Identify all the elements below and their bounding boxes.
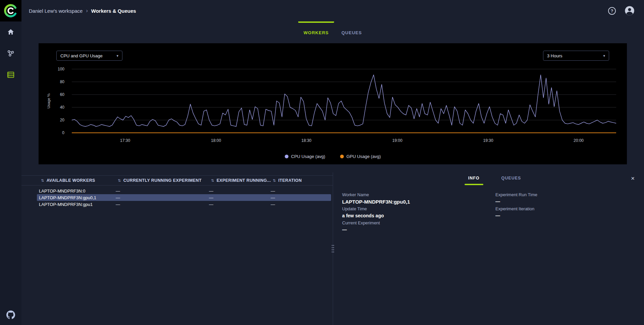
avatar-icon — [625, 6, 635, 16]
breadcrumb-page: Workers & Queues — [91, 8, 136, 14]
sidebar-item-projects[interactable] — [6, 49, 15, 58]
help-icon[interactable]: ? — [608, 7, 616, 15]
chevron-down-icon: ▾ — [603, 54, 605, 58]
metric-dropdown[interactable]: CPU and GPU Usage ▾ — [56, 51, 122, 61]
gpu-legend-dot-icon — [340, 155, 344, 158]
sort-icon: ⇅ — [118, 178, 121, 183]
close-icon[interactable]: × — [631, 175, 635, 181]
experiment-run-time-value: — — [495, 198, 644, 205]
clearml-logo[interactable] — [0, 0, 21, 21]
tab-active-indicator — [298, 21, 334, 23]
tab-active-indicator — [336, 21, 367, 23]
breadcrumb: Daniel Lew's workspace › Workers & Queue… — [29, 8, 136, 14]
topbar-actions: ? — [608, 6, 644, 16]
runtime-cell: — — [209, 202, 271, 207]
usage-chart-panel: CPU and GPU Usage ▾ 3 Hours ▾ Usage % 02… — [39, 43, 627, 164]
x-axis-ticks: 17:3018:0018:3019:0019:3020:00 — [72, 138, 616, 144]
table-header: ⇅ AVAILABLE WORKERS ⇅ CURRENTLY RUNNING … — [21, 175, 333, 185]
worker-details-panel: × INFO QUEUES Worker Name LAPTOP-MNDPRF3… — [333, 172, 644, 325]
details-tab-queues-label: QUEUES — [501, 174, 522, 184]
experiment-iteration-value: — — [495, 212, 644, 219]
x-tick-label: 17:30 — [120, 138, 130, 143]
workers-table: ⇅ AVAILABLE WORKERS ⇅ CURRENTLY RUNNING … — [21, 172, 333, 325]
chart-legend: CPU Usage (avg) GPU Usage (avg) — [39, 154, 627, 159]
experiment-cell: — — [116, 202, 209, 207]
info-fields-right: Experiment Run Time — Experiment Iterati… — [495, 191, 644, 233]
worker-info-fields: Worker Name LAPTOP-MNDPRF3N:gpu0,1 Updat… — [342, 191, 644, 233]
help-glyph: ? — [611, 8, 613, 13]
clearml-logo-icon — [4, 4, 18, 18]
column-label: ITERATION — [278, 178, 302, 183]
legend-item-cpu[interactable]: CPU Usage (avg) — [285, 154, 325, 159]
tab-workers-label: WORKERS — [298, 30, 334, 35]
projects-icon — [6, 49, 15, 58]
time-range-dropdown[interactable]: 3 Hours ▾ — [543, 51, 609, 61]
github-icon — [6, 310, 15, 319]
column-label: CURRENTLY RUNNING EXPERIMENT — [123, 178, 202, 183]
y-tick-label: 20 — [60, 118, 64, 122]
field-label: Update Time — [342, 205, 495, 212]
details-tab-active-indicator — [502, 184, 521, 185]
home-icon — [7, 28, 15, 36]
avatar[interactable] — [625, 6, 635, 16]
sidebar-item-workers-queues[interactable] — [6, 70, 15, 79]
worker-name-cell: LAPTOP-MNDPRF3N:gpu1 — [39, 202, 116, 207]
column-header-iteration[interactable]: ⇅ ITERATION — [273, 178, 333, 183]
sort-icon: ⇅ — [41, 178, 44, 183]
field-label: Current Experiment — [342, 219, 495, 226]
table-row[interactable]: LAPTOP-MNDPRF3N:0 — — — — [37, 187, 331, 194]
field-label: Experiment Run Time — [495, 191, 644, 198]
y-tick-label: 80 — [60, 79, 64, 84]
y-tick-label: 40 — [60, 105, 64, 110]
y-tick-label: 0 — [62, 130, 64, 135]
column-header-experiment-running-time[interactable]: ⇅ EXPERIMENT RUNNING... — [211, 178, 273, 183]
worker-name-cell: LAPTOP-MNDPRF3N:0 — [39, 188, 116, 194]
info-fields-left: Worker Name LAPTOP-MNDPRF3N:gpu0,1 Updat… — [342, 191, 495, 233]
tab-workers[interactable]: WORKERS — [298, 21, 334, 40]
tab-queues[interactable]: QUEUES — [336, 21, 367, 40]
runtime-cell: — — [209, 188, 271, 194]
field-label: Worker Name — [342, 191, 495, 198]
main-tabs: WORKERS QUEUES — [21, 21, 644, 40]
column-header-running-experiment[interactable]: ⇅ CURRENTLY RUNNING EXPERIMENT — [118, 178, 211, 183]
sidebar — [0, 21, 21, 325]
sort-icon: ⇅ — [211, 178, 214, 183]
gpu-legend-label: GPU Usage (avg) — [346, 154, 381, 159]
sidebar-item-dashboard[interactable] — [6, 28, 15, 36]
iteration-cell: — — [271, 188, 331, 194]
y-axis-ticks: 020406080100 — [39, 69, 64, 133]
time-range-dropdown-value: 3 Hours — [547, 53, 562, 58]
column-header-available-workers[interactable]: ⇅ AVAILABLE WORKERS — [41, 178, 118, 183]
experiment-cell: — — [116, 188, 209, 194]
iteration-cell: — — [271, 195, 331, 200]
details-tab-queues[interactable]: QUEUES — [501, 174, 522, 185]
table-body: LAPTOP-MNDPRF3N:0 — — — LAPTOP-MNDPRF3N:… — [21, 185, 333, 208]
column-label: AVAILABLE WORKERS — [47, 178, 95, 183]
experiment-cell: — — [116, 195, 209, 200]
x-tick-label: 18:00 — [211, 138, 221, 143]
top-bar: Daniel Lew's workspace › Workers & Queue… — [0, 0, 644, 21]
bottom-section: ⇅ AVAILABLE WORKERS ⇅ CURRENTLY RUNNING … — [21, 172, 644, 325]
sidebar-item-github[interactable] — [6, 310, 15, 319]
x-tick-label: 20:00 — [574, 138, 584, 143]
table-row[interactable]: LAPTOP-MNDPRF3N:gpu1 — — — — [37, 201, 331, 208]
details-tab-info-label: INFO — [468, 174, 480, 184]
field-label: Experiment Iteration — [495, 205, 644, 212]
update-time-value: a few seconds ago — [342, 212, 495, 219]
table-row[interactable]: LAPTOP-MNDPRF3N:gpu0,1 — — — — [37, 194, 331, 201]
x-tick-label: 18:30 — [301, 138, 311, 143]
x-tick-label: 19:30 — [483, 138, 493, 143]
column-label: EXPERIMENT RUNNING... — [217, 178, 271, 183]
usage-chart — [72, 69, 616, 133]
details-tab-info[interactable]: INFO — [465, 174, 483, 185]
worker-name-cell: LAPTOP-MNDPRF3N:gpu0,1 — [39, 195, 116, 200]
breadcrumb-workspace[interactable]: Daniel Lew's workspace — [29, 8, 83, 14]
tab-queues-label: QUEUES — [336, 30, 367, 35]
runtime-cell: — — [209, 195, 271, 200]
metric-dropdown-value: CPU and GPU Usage — [60, 53, 103, 58]
breadcrumb-separator-icon: › — [86, 8, 88, 14]
legend-item-gpu[interactable]: GPU Usage (avg) — [340, 154, 381, 159]
current-experiment-value: — — [342, 226, 495, 233]
usage-chart-plot — [72, 69, 616, 133]
details-tabs: INFO QUEUES — [342, 172, 644, 185]
